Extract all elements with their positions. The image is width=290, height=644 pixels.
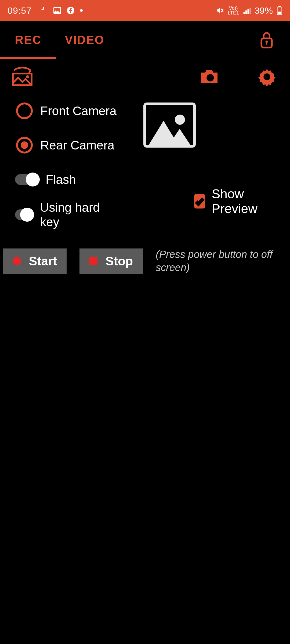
camera-icon[interactable] xyxy=(199,68,220,85)
radio-checked-icon xyxy=(16,137,33,153)
gallery-switch-icon[interactable] xyxy=(12,67,33,86)
volte-indicator: Vo)) LTE1 xyxy=(228,6,239,15)
radio-label: Front Camera xyxy=(40,104,117,118)
dot-icon xyxy=(80,9,83,12)
svg-rect-7 xyxy=(249,8,251,14)
toggle-section: Flash Using hard key Show Preview xyxy=(0,159,290,237)
radio-label: Rear Camera xyxy=(40,138,114,152)
phone-missed-icon xyxy=(40,6,48,14)
status-bar: 09:57 Vo)) LTE1 39% xyxy=(0,0,290,21)
battery-percent: 39% xyxy=(255,5,273,16)
camera-select-section: Front Camera Rear Camera xyxy=(0,94,290,159)
svg-rect-4 xyxy=(243,12,245,14)
stop-button[interactable]: Stop xyxy=(79,248,143,274)
toolbar-row xyxy=(0,59,290,94)
lock-icon[interactable] xyxy=(259,31,274,49)
svg-point-16 xyxy=(206,74,214,81)
preview-thumbnail[interactable] xyxy=(143,103,196,148)
checkbox-label: Show Preview xyxy=(212,186,274,216)
toggle-label: Using hard key xyxy=(40,200,103,229)
switch-off-icon xyxy=(15,174,39,185)
tabs-row: REC VIDEO xyxy=(0,21,290,59)
svg-rect-13 xyxy=(266,42,267,45)
signal-icon xyxy=(243,6,251,14)
radio-rear-camera[interactable]: Rear Camera xyxy=(16,137,117,153)
status-right: Vo)) LTE1 39% xyxy=(216,5,282,16)
svg-rect-6 xyxy=(247,9,249,14)
stop-square-icon xyxy=(89,257,97,265)
toggle-label: Flash xyxy=(46,172,76,187)
tab-video[interactable]: VIDEO xyxy=(56,21,113,59)
image-icon xyxy=(53,6,61,14)
svg-point-17 xyxy=(263,73,270,80)
svg-rect-10 xyxy=(278,12,281,14)
checkbox-show-preview[interactable]: Show Preview xyxy=(194,172,274,229)
svg-point-15 xyxy=(26,75,29,78)
status-clock: 09:57 xyxy=(8,5,32,16)
checkbox-checked-icon xyxy=(194,194,205,208)
toggle-hardkey[interactable]: Using hard key xyxy=(15,200,103,229)
radio-front-camera[interactable]: Front Camera xyxy=(16,103,117,119)
gear-icon[interactable] xyxy=(257,67,277,86)
button-label: Stop xyxy=(106,254,133,268)
mute-icon xyxy=(216,6,224,14)
start-button[interactable]: Start xyxy=(3,248,67,274)
action-button-row: Start Stop (Press power button to off sc… xyxy=(0,237,290,275)
svg-rect-5 xyxy=(245,10,247,14)
radio-unchecked-icon xyxy=(16,103,33,119)
battery-icon xyxy=(277,6,282,15)
hint-text: (Press power button to off screen) xyxy=(156,248,290,275)
toggle-flash[interactable]: Flash xyxy=(15,172,103,187)
tab-rec[interactable]: REC xyxy=(0,21,56,59)
button-label: Start xyxy=(29,254,57,268)
status-left: 09:57 xyxy=(8,5,83,16)
switch-off-icon xyxy=(15,209,33,220)
record-dot-icon xyxy=(13,257,21,265)
facebook-icon xyxy=(67,6,75,14)
